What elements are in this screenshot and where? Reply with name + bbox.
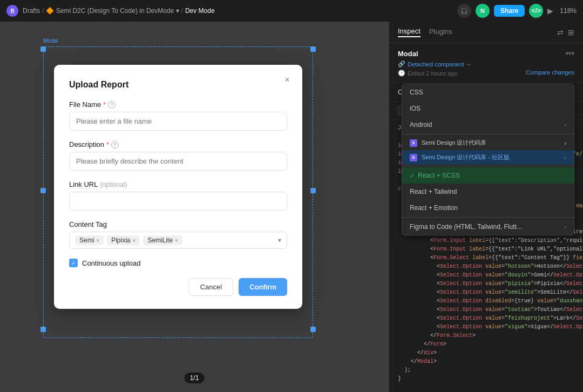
required-star: * <box>103 100 106 109</box>
resize-handle-ml[interactable] <box>40 188 46 193</box>
description-input[interactable] <box>69 152 287 171</box>
tag-semilite-label: SemiLite <box>147 236 173 244</box>
tag-pipixia: Pipixia × <box>107 235 140 245</box>
dropdown-ios-label: iOS <box>410 105 421 112</box>
topbar-right: 🎧 N Share </> ▶ 118% <box>457 4 577 18</box>
file-name-input[interactable] <box>69 112 287 131</box>
dropdown-css[interactable]: CSS <box>402 84 574 100</box>
continuous-upload-label: Continuous upload <box>82 259 140 267</box>
link-url-input[interactable] <box>69 192 287 211</box>
breadcrumb-drafts[interactable]: Drafts <box>23 7 40 15</box>
upload-modal: Upload Report × File Name * ? Descriptio… <box>54 65 302 309</box>
dropdown-figma-arrow: › <box>564 224 566 230</box>
react-scss-check-icon: ✓ <box>410 172 415 179</box>
modal-meta: Modal ••• 🔗 Detached component → 🕐 Edite… <box>389 43 583 83</box>
compare-changes-link[interactable]: Compare changes <box>526 69 574 76</box>
desc-required-star: * <box>106 140 109 148</box>
breadcrumb-sep2: / <box>181 7 183 15</box>
right-panel: Inspect Plugins ⇄ ⊞ Modal ••• 🔗 Detached… <box>389 22 583 392</box>
dropdown-android-arrow: › <box>564 121 566 128</box>
breadcrumb-project[interactable]: 🔶 Semi D2C (Design To Code) in DevMode ▾ <box>46 7 179 15</box>
dropdown-react-emotion[interactable]: React + Emotion <box>402 200 574 216</box>
dropdown-figma-code[interactable]: Figma to Code (HTML, Tailwind, Flutt... … <box>402 219 574 235</box>
resize-handle-mr[interactable] <box>310 188 316 193</box>
dropdown-react-scss[interactable]: ✓ React + SCSS <box>402 167 574 184</box>
share-button[interactable]: Share <box>494 5 525 17</box>
modal-title: Upload Report <box>69 80 287 90</box>
breadcrumb: Drafts / 🔶 Semi D2C (Design To Code) in … <box>23 7 215 15</box>
tag-pipixia-close[interactable]: × <box>133 238 136 244</box>
tag-semilite-close[interactable]: × <box>175 238 178 244</box>
dropdown-android-label: Android <box>410 121 432 129</box>
dropdown-react-tailwind[interactable]: React + Tailwind <box>402 184 574 200</box>
topbar: B Drafts / 🔶 Semi D2C (Design To Code) i… <box>0 0 583 22</box>
dropdown-react-tailwind-label: React + Tailwind <box>410 188 457 195</box>
avatar: B <box>6 5 18 17</box>
panel-icon-swap[interactable]: ⇄ <box>557 28 564 37</box>
desc-help-icon[interactable]: ? <box>111 141 119 148</box>
file-name-label: File Name * ? <box>69 100 287 109</box>
resize-handle-tl[interactable] <box>40 46 46 52</box>
dropdown-semi-arrow: › <box>564 140 566 146</box>
dropdown-semi-community[interactable]: S Semi Design 设计代码库 - 社区版 › <box>402 150 574 165</box>
frame-label: Modal <box>43 38 313 44</box>
modal-meta-dots[interactable]: ••• <box>565 49 574 58</box>
dropdown-sep2 <box>402 166 574 166</box>
breadcrumb-sep1: / <box>42 7 44 15</box>
content-tag-group: Content Tag Semi × Pipixia × SemiLite × <box>69 220 287 249</box>
dropdown-android[interactable]: Android › <box>402 117 574 133</box>
code-icon[interactable]: </> <box>529 4 543 18</box>
panel-tabs: Inspect Plugins ⇄ ⊞ <box>389 22 583 43</box>
tag-pipixia-label: Pipixia <box>111 236 130 244</box>
panel-icon-settings[interactable]: ⊞ <box>568 28 574 37</box>
content-tag-select[interactable]: Semi × Pipixia × SemiLite × ▾ <box>69 232 287 249</box>
help-icon[interactable]: ? <box>108 101 116 109</box>
modal-close-button[interactable]: × <box>281 73 294 86</box>
continuous-upload-row: ✓ Continuous upload <box>69 259 287 267</box>
dropdown-css-label: CSS <box>410 89 423 96</box>
semi-logo-icon: S <box>410 139 417 147</box>
description-label: Description * ? <box>69 140 287 148</box>
dropdown-semi-design[interactable]: S Semi Design 设计代码库 › <box>402 136 574 150</box>
detached-component-link[interactable]: 🔗 Detached component → <box>398 60 472 67</box>
tag-semi: Semi × <box>75 235 104 245</box>
link-url-group: Link URL (optional) <box>69 180 287 211</box>
dropdown-sep1 <box>402 134 574 134</box>
description-group: Description * ? <box>69 140 287 171</box>
resize-handle-bl[interactable] <box>40 327 46 332</box>
breadcrumb-devmode[interactable]: Dev Mode <box>185 7 215 15</box>
tab-plugins[interactable]: Plugins <box>429 28 452 37</box>
dropdown-sep3 <box>402 217 574 218</box>
confirm-button[interactable]: Confirm <box>239 278 287 296</box>
user-avatar[interactable]: N <box>476 4 490 18</box>
check-icon: ✓ <box>71 260 76 266</box>
dropdown-semi-community-arrow: › <box>564 154 566 161</box>
link-url-label: Link URL (optional) <box>69 180 287 188</box>
cancel-button[interactable]: Cancel <box>189 278 233 296</box>
panel-tab-icons: ⇄ ⊞ <box>557 28 574 37</box>
dropdown-react-emotion-label: React + Emotion <box>410 204 458 212</box>
file-name-group: File Name * ? <box>69 100 287 131</box>
tag-semi-close[interactable]: × <box>96 238 99 244</box>
tag-semi-label: Semi <box>79 236 94 244</box>
tag-chevron-icon: ▾ <box>278 236 281 244</box>
main-layout: Modal Upload Report × File Name * ? <box>0 22 583 392</box>
play-icon[interactable]: ▶ <box>547 6 553 15</box>
dropdown-react-scss-label: React + SCSS <box>418 172 460 179</box>
headphones-icon[interactable]: 🎧 <box>457 4 471 18</box>
canvas-area[interactable]: Modal Upload Report × File Name * ? <box>0 22 389 392</box>
resize-handle-br[interactable] <box>310 327 316 332</box>
dropdown-semi-label: Semi Design 设计代码库 <box>422 139 486 147</box>
link-url-optional: (optional) <box>100 181 127 188</box>
tab-inspect[interactable]: Inspect <box>398 27 421 37</box>
dropdown-semi-community-label: Semi Design 设计代码库 - 社区版 <box>422 153 510 161</box>
page-counter: 1/1 <box>185 373 205 383</box>
dropdown-ios[interactable]: iOS <box>402 100 574 117</box>
edited-time: 🕐 Edited 2 hours ago <box>398 70 457 77</box>
dropdown-menu: CSS iOS Android › S Semi Design 设计代码库 › … <box>402 84 574 235</box>
continuous-upload-checkbox[interactable]: ✓ <box>69 259 78 267</box>
zoom-level: 118% <box>560 7 577 15</box>
resize-handle-tr[interactable] <box>310 46 316 52</box>
content-tag-label: Content Tag <box>69 220 287 228</box>
modal-meta-title: Modal ••• <box>398 49 574 58</box>
